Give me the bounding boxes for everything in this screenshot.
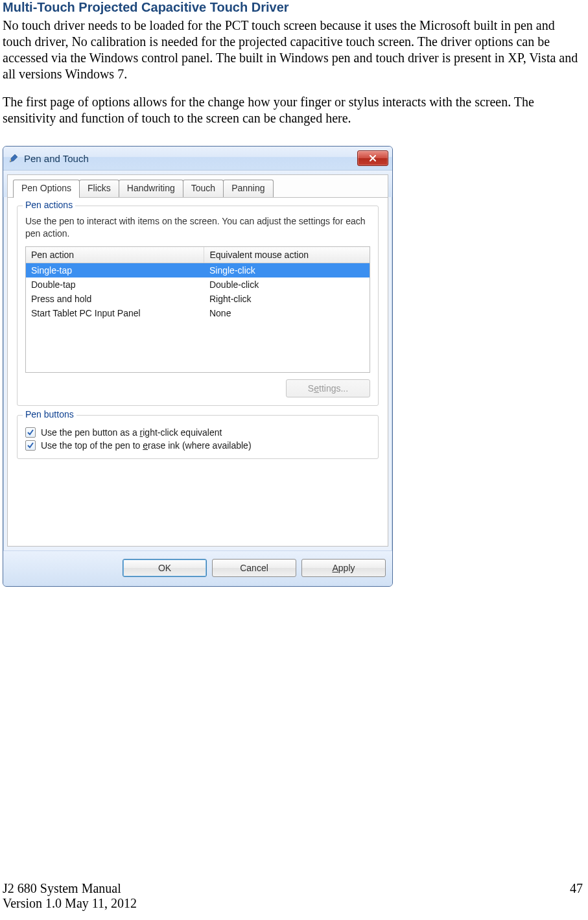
checkbox-right-click[interactable]: Use the pen button as a right-click equi… [25, 427, 370, 438]
col-mouse-action[interactable]: Equivalent mouse action [204, 247, 370, 263]
tab-strip: Pen Options Flicks Handwriting Touch Pan… [7, 174, 388, 197]
settings-button: Settings... [286, 379, 370, 397]
dialog-title: Pen and Touch [24, 153, 357, 164]
close-button[interactable] [357, 150, 388, 166]
btn-label: pply [338, 563, 355, 573]
intro-paragraph-2: The first page of options allows for the… [3, 94, 583, 126]
cell: Double-tap [26, 277, 204, 292]
pen-buttons-group: Pen buttons Use the pen button as a righ… [17, 415, 379, 459]
footer-manual-name: J2 680 System Manual [3, 881, 137, 896]
tab-handwriting[interactable]: Handwriting [119, 180, 183, 198]
pen-buttons-legend: Pen buttons [23, 409, 76, 419]
checkbox-icon [25, 427, 36, 438]
checkbox-label: Use the top of the pen to erase ink (whe… [41, 440, 252, 451]
cell: None [204, 306, 370, 320]
intro-paragraph-1: No touch driver needs to be loaded for t… [3, 18, 583, 82]
apply-button[interactable]: Apply [301, 559, 386, 577]
cancel-button[interactable]: Cancel [212, 559, 296, 577]
table-row[interactable]: Start Tablet PC Input Panel None [26, 306, 370, 320]
section-heading: Multi-Touch Projected Capacitive Touch D… [3, 0, 583, 15]
table-row[interactable]: Press and hold Right-click [26, 292, 370, 306]
col-pen-action[interactable]: Pen action [26, 247, 204, 263]
tab-pen-options[interactable]: Pen Options [13, 180, 80, 198]
pen-actions-legend: Pen actions [23, 200, 75, 210]
table-row[interactable]: Single-tap Single-click [26, 263, 370, 277]
cell: Double-click [204, 277, 370, 292]
ok-button[interactable]: OK [123, 559, 207, 577]
pen-actions-group: Pen actions Use the pen to interact with… [17, 206, 379, 406]
pen-icon [8, 153, 19, 163]
cell: Single-tap [26, 263, 204, 277]
list-header: Pen action Equivalent mouse action [26, 247, 370, 263]
dialog-button-row: OK Cancel Apply [3, 550, 392, 586]
btn-label-post: ttings... [319, 383, 348, 394]
btn-hotkey: A [332, 563, 338, 573]
page-footer: J2 680 System Manual Version 1.0 May 11,… [3, 881, 583, 911]
pen-and-touch-dialog: Pen and Touch Pen Options Flicks Handwri… [3, 146, 393, 587]
tab-touch[interactable]: Touch [183, 180, 224, 198]
pen-actions-description: Use the pen to interact with items on th… [25, 215, 370, 240]
tab-body: Pen actions Use the pen to interact with… [7, 197, 388, 547]
cell: Start Tablet PC Input Panel [26, 306, 204, 320]
btn-label-hotkey: e [314, 383, 319, 394]
cell: Press and hold [26, 292, 204, 306]
pen-actions-list[interactable]: Pen action Equivalent mouse action Singl… [25, 246, 370, 373]
tab-flicks[interactable]: Flicks [79, 180, 119, 198]
checkbox-label: Use the pen button as a right-click equi… [41, 427, 222, 438]
dialog-titlebar[interactable]: Pen and Touch [3, 147, 392, 171]
btn-label-pre: S [308, 383, 314, 394]
cell: Single-click [204, 263, 370, 277]
table-row[interactable]: Double-tap Double-click [26, 277, 370, 292]
footer-version: Version 1.0 May 11, 2012 [3, 896, 137, 911]
checkbox-icon [25, 440, 36, 451]
tab-panning[interactable]: Panning [223, 180, 273, 198]
cell: Right-click [204, 292, 370, 306]
page-number: 47 [570, 881, 583, 911]
checkbox-erase-ink[interactable]: Use the top of the pen to erase ink (whe… [25, 440, 370, 451]
